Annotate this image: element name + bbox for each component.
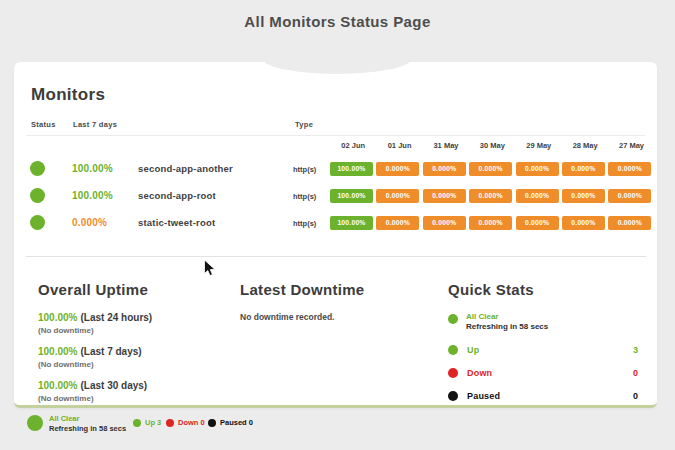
column-header-type: Type [295,120,313,129]
latest-downtime-section: Latest Downtime No downtime recorded. [240,281,435,322]
daily-uptime-badge[interactable]: 0.000% [562,189,605,203]
monitor-name: second-app-root [138,190,216,201]
overall-uptime-section: Overall Uptime 100.00%(Last 24 hours)(No… [38,281,233,408]
date-label: 02 Jun [330,141,376,150]
daily-badge-cell: 0.000% [608,216,654,230]
quick-stat-label: Down [467,368,492,378]
daily-uptime-badge[interactable]: 0.000% [608,162,651,176]
daily-uptime-badges: 100.00%0.000%0.000%0.000%0.000%0.000%0.0… [330,216,655,230]
daily-badge-cell: 0.000% [516,216,562,230]
daily-uptime-badge[interactable]: 0.000% [469,162,512,176]
footer-stat-dot-icon [208,419,216,427]
date-label: 27 May [608,141,654,150]
monitor-status-dot-icon [30,161,45,176]
uptime-stat-note: (No downtime) [38,394,233,403]
monitor-row[interactable]: 100.00%second-app-roothttp(s)100.00%0.00… [14,182,657,209]
all-clear-status-dot-icon [448,314,458,324]
daily-uptime-badge[interactable]: 100.00% [330,162,373,176]
monitor-type: http(s) [293,219,316,228]
card-top-decoration [263,62,411,74]
dates-header-row: 02 Jun01 Jun31 May30 May29 May28 May27 M… [330,141,655,150]
uptime-stat-group: 100.00%(Last 24 hours)(No downtime) [38,312,233,335]
quick-stat-dot-icon [448,368,458,378]
footer-stat-dot-icon [166,419,174,427]
date-label: 30 May [469,141,515,150]
daily-uptime-badge[interactable]: 0.000% [376,216,419,230]
page-title: All Monitors Status Page [0,13,675,30]
daily-uptime-badge[interactable]: 0.000% [608,216,651,230]
daily-uptime-badge[interactable]: 0.000% [516,189,559,203]
daily-uptime-badge[interactable]: 0.000% [562,162,605,176]
daily-badge-cell: 100.00% [330,162,376,176]
uptime-stat-period: (Last 30 days) [80,380,147,391]
quick-stat-value: 0 [633,391,638,401]
quick-stats-heading: Quick Stats [448,281,640,298]
daily-badge-cell: 0.000% [423,189,469,203]
quick-stat-dot-icon [448,345,458,355]
daily-badge-cell: 0.000% [562,216,608,230]
overall-uptime-heading: Overall Uptime [38,281,233,298]
daily-badge-cell: 0.000% [562,189,608,203]
monitor-name: second-app-another [138,163,233,174]
daily-uptime-badge[interactable]: 0.000% [516,162,559,176]
uptime-stat-period: (Last 7 days) [80,346,141,357]
date-label: 29 May [516,141,562,150]
monitor-row[interactable]: 0.000%static-tweet-roothttp(s)100.00%0.0… [14,209,657,236]
date-label: 28 May [562,141,608,150]
footer-refresh-countdown: Refreshing in 58 secs [49,424,126,433]
column-header-last7days: Last 7 days [73,120,117,129]
column-header-status: Status [31,120,56,129]
date-label: 31 May [423,141,469,150]
daily-uptime-badge[interactable]: 0.000% [376,162,419,176]
daily-uptime-badge[interactable]: 0.000% [376,189,419,203]
monitor-type: http(s) [293,192,316,201]
uptime-stat-period: (Last 24 hours) [80,312,152,323]
uptime-stat-note: (No downtime) [38,360,233,369]
quick-stat-row: Paused0 [448,384,640,407]
daily-badge-cell: 0.000% [469,162,515,176]
daily-badge-cell: 0.000% [469,189,515,203]
footer-stat-label: Paused 0 [220,418,253,427]
uptime-stat-note: (No downtime) [38,326,233,335]
daily-uptime-badges: 100.00%0.000%0.000%0.000%0.000%0.000%0.0… [330,162,655,176]
daily-uptime-badge[interactable]: 0.000% [469,189,512,203]
overall-uptime-stats: 100.00%(Last 24 hours)(No downtime)100.0… [38,312,233,403]
footer-stat-label: Down 0 [178,418,205,427]
uptime-stat-value: 100.00% [38,346,77,357]
uptime-stat-line: 100.00%(Last 24 hours) [38,312,233,323]
daily-uptime-badge[interactable]: 100.00% [330,189,373,203]
quick-stats-all-clear: All Clear Refreshing in 58 secs [448,312,640,331]
all-clear-label: All Clear [466,312,548,321]
monitor-type: http(s) [293,165,316,174]
daily-badge-cell: 100.00% [330,189,376,203]
monitor-uptime-percent: 100.00% [72,190,113,201]
monitor-status-dot-icon [30,188,45,203]
daily-uptime-badge[interactable]: 0.000% [562,216,605,230]
quick-stat-row: Down0 [448,361,640,384]
footer-all-clear-dot-icon [27,415,43,431]
footer-stat-group: Up 3 [133,418,161,427]
monitor-table: 100.00%second-app-anotherhttp(s)100.00%0… [14,155,657,236]
section-divider [26,256,646,257]
daily-badge-cell: 0.000% [608,162,654,176]
daily-uptime-badge[interactable]: 0.000% [608,189,651,203]
footer-stat-group: Down 0 [166,418,205,427]
daily-badge-cell: 0.000% [376,189,422,203]
daily-uptime-badge[interactable]: 0.000% [423,189,466,203]
daily-badge-cell: 100.00% [330,216,376,230]
footer-all-clear-label: All Clear [49,414,126,423]
uptime-stat-line: 100.00%(Last 7 days) [38,346,233,357]
daily-badge-cell: 0.000% [516,189,562,203]
daily-badge-cell: 0.000% [516,162,562,176]
monitor-uptime-percent: 0.000% [72,217,107,228]
daily-uptime-badge[interactable]: 0.000% [469,216,512,230]
latest-downtime-heading: Latest Downtime [240,281,435,298]
daily-uptime-badge[interactable]: 0.000% [516,216,559,230]
uptime-stat-value: 100.00% [38,380,77,391]
uptime-stat-line: 100.00%(Last 30 days) [38,380,233,391]
monitor-row[interactable]: 100.00%second-app-anotherhttp(s)100.00%0… [14,155,657,182]
latest-downtime-message: No downtime recorded. [240,312,435,322]
daily-uptime-badge[interactable]: 0.000% [423,162,466,176]
daily-uptime-badge[interactable]: 100.00% [330,216,373,230]
daily-uptime-badge[interactable]: 0.000% [423,216,466,230]
